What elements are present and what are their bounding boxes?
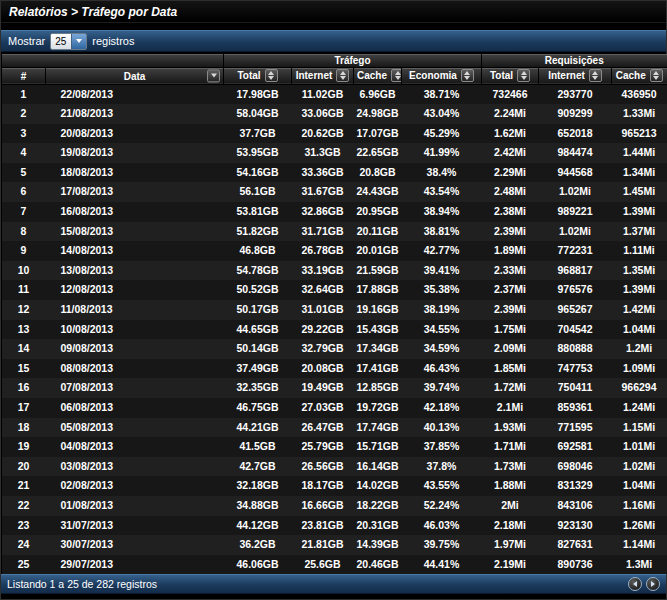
cell-req-total: 2.33Mi: [482, 261, 539, 281]
cell-index: 21: [2, 476, 46, 496]
cell-req-total: 2.29Mi: [482, 163, 539, 183]
cell-trafego-total: 58.04GB: [224, 104, 292, 124]
cell-trafego-total: 51.82GB: [224, 222, 292, 242]
page-size-select[interactable]: 25: [50, 33, 87, 50]
cell-req-internet: 692581: [539, 437, 612, 457]
cell-trafego-total: 37.49GB: [224, 359, 292, 379]
cell-trafego-internet: 31.01GB: [292, 300, 354, 320]
cell-req-internet: 704542: [539, 320, 612, 340]
table-row: 122/08/201317.98GB11.02GB6.96GB38.71%732…: [2, 84, 667, 104]
cell-trafego-cache: 15.43GB: [354, 320, 402, 340]
cell-data: 10/08/2013: [46, 320, 224, 340]
sort-both-icon: [461, 69, 474, 82]
cell-req-internet: 965267: [539, 300, 612, 320]
cell-req-internet: 827631: [539, 535, 612, 555]
table-row: 1607/08/201332.35GB19.49GB12.85GB39.74%1…: [2, 378, 667, 398]
cell-req-internet: 747753: [539, 359, 612, 379]
column-header-req-cache[interactable]: Cache: [612, 67, 667, 84]
arrow-right-icon: [651, 581, 655, 587]
cell-index: 13: [2, 320, 46, 340]
column-header-trafego-cache[interactable]: Cache: [354, 67, 402, 84]
table-row: 419/08/201353.95GB31.3GB22.65GB41.99%2.4…: [2, 143, 667, 163]
column-label: Total: [490, 70, 513, 81]
cell-req-total: 1.88Mi: [482, 476, 539, 496]
cell-req-cache: 1.26Mi: [612, 516, 667, 536]
cell-economia: 34.55%: [402, 320, 482, 340]
cell-index: 17: [2, 398, 46, 418]
cell-req-cache: 1.42Mi: [612, 300, 667, 320]
cell-trafego-cache: 14.39GB: [354, 535, 402, 555]
show-label: Mostrar: [8, 35, 45, 47]
table-row: 1409/08/201350.14GB32.79GB17.34GB34.59%2…: [2, 339, 667, 359]
cell-req-cache: 1.15Mi: [612, 418, 667, 438]
cell-index: 18: [2, 418, 46, 438]
column-header-trafego-total[interactable]: Total: [224, 67, 292, 84]
cell-data: 29/07/2013: [46, 555, 224, 575]
cell-data: 13/08/2013: [46, 261, 224, 281]
page-title: Relatórios > Tráfego por Data: [9, 5, 177, 19]
table-row: 518/08/201354.16GB33.36GB20.8GB38.4%2.29…: [2, 163, 667, 183]
cell-trafego-total: 17.98GB: [224, 84, 292, 104]
table-row: 617/08/201356.1GB31.67GB24.43GB43.54%2.4…: [2, 182, 667, 202]
cell-trafego-cache: 15.71GB: [354, 437, 402, 457]
cell-economia: 43.54%: [402, 182, 482, 202]
cell-data: 20/08/2013: [46, 124, 224, 144]
cell-req-total: 1.93Mi: [482, 418, 539, 438]
cell-trafego-cache: 21.59GB: [354, 261, 402, 281]
sort-both-icon: [517, 69, 530, 82]
cell-index: 7: [2, 202, 46, 222]
cell-req-total: 2.39Mi: [482, 300, 539, 320]
cell-index: 25: [2, 555, 46, 575]
cell-req-total: 2.18Mi: [482, 516, 539, 536]
table-row: 1805/08/201344.21GB26.47GB17.74GB40.13%1…: [2, 418, 667, 438]
cell-req-cache: 1.44Mi: [612, 143, 667, 163]
cell-req-cache: 1.3Mi: [612, 555, 667, 575]
table-row: 2529/07/201346.06GB25.6GB20.46GB44.41%2.…: [2, 555, 667, 575]
cell-trafego-cache: 24.43GB: [354, 182, 402, 202]
cell-trafego-total: 56.1GB: [224, 182, 292, 202]
column-header-req-total[interactable]: Total: [482, 67, 539, 84]
cell-trafego-total: 53.95GB: [224, 143, 292, 163]
cell-economia: 44.41%: [402, 555, 482, 575]
cell-trafego-internet: 20.08GB: [292, 359, 354, 379]
cell-req-internet: 923130: [539, 516, 612, 536]
next-page-button[interactable]: [646, 577, 660, 591]
cell-trafego-cache: 20.95GB: [354, 202, 402, 222]
cell-data: 01/08/2013: [46, 496, 224, 516]
cell-index: 24: [2, 535, 46, 555]
cell-trafego-cache: 20.31GB: [354, 516, 402, 536]
cell-trafego-total: 53.81GB: [224, 202, 292, 222]
cell-trafego-internet: 20.62GB: [292, 124, 354, 144]
cell-data: 09/08/2013: [46, 339, 224, 359]
cell-req-internet: 1.02Mi: [539, 222, 612, 242]
cell-trafego-total: 36.2GB: [224, 535, 292, 555]
cell-economia: 37.8%: [402, 457, 482, 477]
cell-trafego-internet: 31.3GB: [292, 143, 354, 163]
column-header-economia[interactable]: Economia: [402, 67, 482, 84]
column-header-req-internet[interactable]: Internet: [539, 67, 612, 84]
cell-index: 14: [2, 339, 46, 359]
table-row: 1211/08/201350.17GB31.01GB19.16GB38.19%2…: [2, 300, 667, 320]
cell-trafego-internet: 33.36GB: [292, 163, 354, 183]
cell-data: 18/08/2013: [46, 163, 224, 183]
cell-trafego-cache: 6.96GB: [354, 84, 402, 104]
prev-page-button[interactable]: [628, 577, 642, 591]
cell-trafego-total: 44.65GB: [224, 320, 292, 340]
cell-trafego-internet: 21.81GB: [292, 535, 354, 555]
cell-req-cache: 1.09Mi: [612, 359, 667, 379]
cell-economia: 39.75%: [402, 535, 482, 555]
cell-req-total: 1.89Mi: [482, 241, 539, 261]
cell-trafego-cache: 20.11GB: [354, 222, 402, 242]
cell-req-cache: 1.2Mi: [612, 339, 667, 359]
cell-index: 5: [2, 163, 46, 183]
cell-index: 1: [2, 84, 46, 104]
cell-req-cache: 1.14Mi: [612, 535, 667, 555]
cell-trafego-cache: 24.98GB: [354, 104, 402, 124]
column-header-trafego-internet[interactable]: Internet: [292, 67, 354, 84]
cell-trafego-internet: 26.78GB: [292, 241, 354, 261]
cell-req-internet: 944568: [539, 163, 612, 183]
cell-trafego-total: 42.7GB: [224, 457, 292, 477]
table-row: 1112/08/201350.52GB32.64GB17.88GB35.38%2…: [2, 280, 667, 300]
column-header-data[interactable]: Data: [46, 67, 224, 84]
cell-economia: 35.38%: [402, 280, 482, 300]
